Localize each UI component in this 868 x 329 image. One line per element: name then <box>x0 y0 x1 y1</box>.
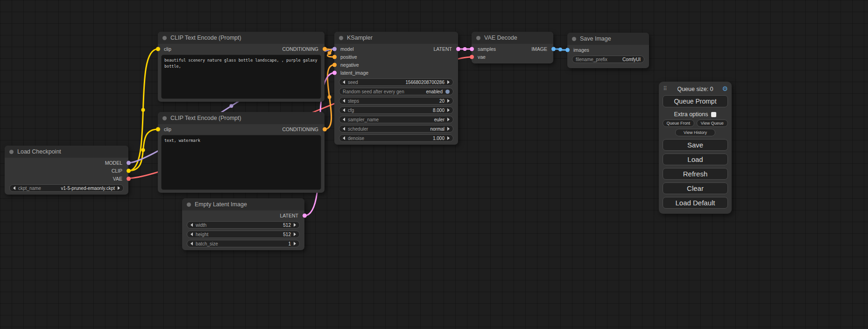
widget-value: enabled <box>426 89 443 94</box>
widget-denoise[interactable]: denoise 1.000 <box>339 134 453 142</box>
increment-arrow-icon[interactable] <box>447 108 450 112</box>
collapse-dot[interactable] <box>339 36 343 40</box>
input-port-vae[interactable] <box>470 55 474 59</box>
next-arrow-icon[interactable] <box>447 118 450 121</box>
increment-arrow-icon[interactable] <box>294 223 296 227</box>
widget-width[interactable]: width 512 <box>187 221 300 229</box>
positive-prompt-textarea[interactable]: beautiful scenery nature glass bottle la… <box>161 55 321 99</box>
input-port-clip[interactable] <box>156 47 160 51</box>
widget-seed[interactable]: seed 156680208700286 <box>339 78 453 86</box>
port-row: LATENT <box>182 211 304 219</box>
widget-sampler-name[interactable]: sampler_name euler <box>339 116 453 123</box>
output-port-clip[interactable] <box>127 168 131 173</box>
widget-cfg[interactable]: cfg 8.000 <box>339 106 453 114</box>
output-port-model[interactable] <box>127 161 131 165</box>
node-title-bar[interactable]: Load Checkpoint <box>5 146 128 158</box>
increment-arrow-icon[interactable] <box>447 136 450 140</box>
widget-label: denoise <box>348 136 364 141</box>
widget-scheduler[interactable]: scheduler normal <box>339 125 453 133</box>
widget-steps[interactable]: steps 20 <box>339 97 453 105</box>
widget-batch-size[interactable]: batch_size 1 <box>187 240 300 247</box>
drag-handle-icon[interactable]: ⠿ <box>663 85 667 92</box>
collapse-dot[interactable] <box>162 36 167 40</box>
graph-canvas[interactable]: Load Checkpoint MODEL CLIP VAE ckpt_name… <box>0 0 868 329</box>
input-port-model[interactable] <box>332 47 337 51</box>
input-port-clip[interactable] <box>156 127 160 131</box>
save-button[interactable]: Save <box>663 139 728 151</box>
refresh-button[interactable]: Refresh <box>663 168 728 180</box>
node-load-checkpoint[interactable]: Load Checkpoint MODEL CLIP VAE ckpt_name… <box>5 146 128 195</box>
link-midpoint-dot <box>141 148 145 152</box>
node-save-image[interactable]: Save Image images filename_prefix ComfyU… <box>567 33 649 68</box>
node-title-bar[interactable]: CLIP Text Encode (Prompt) <box>158 112 325 124</box>
decrement-arrow-icon[interactable] <box>191 232 193 236</box>
decrement-arrow-icon[interactable] <box>343 108 345 112</box>
widget-height[interactable]: height 512 <box>187 231 300 238</box>
widget-value: 1 <box>288 241 291 246</box>
decrement-arrow-icon[interactable] <box>343 80 345 84</box>
decrement-arrow-icon[interactable] <box>191 223 193 227</box>
decrement-arrow-icon[interactable] <box>343 136 345 140</box>
node-title: CLIP Text Encode (Prompt) <box>170 115 241 121</box>
view-queue-button[interactable]: View Queue <box>697 119 728 127</box>
widget-value: ComfyUI <box>622 57 641 62</box>
input-port-latent-image[interactable] <box>332 70 337 75</box>
collapse-dot[interactable] <box>187 203 191 207</box>
widget-random-seed-toggle[interactable]: Random seed after every gen enabled <box>339 88 453 95</box>
widget-label: height <box>196 232 208 237</box>
decrement-arrow-icon[interactable] <box>343 99 345 103</box>
port-label: IMAGE <box>531 46 547 52</box>
load-button[interactable]: Load <box>663 154 728 165</box>
prev-arrow-icon[interactable] <box>343 127 345 131</box>
output-port-latent[interactable] <box>303 213 307 217</box>
queue-prompt-button[interactable]: Queue Prompt <box>663 95 728 107</box>
input-port-images[interactable] <box>565 48 570 52</box>
port-label: clip <box>164 126 171 132</box>
node-title-bar[interactable]: KSampler <box>334 32 458 44</box>
collapse-dot[interactable] <box>476 36 480 40</box>
widget-filename-prefix[interactable]: filename_prefix ComfyUI <box>572 56 644 63</box>
next-arrow-icon[interactable] <box>118 186 120 190</box>
next-arrow-icon[interactable] <box>447 127 450 131</box>
node-vae-decode[interactable]: VAE Decode samples IMAGE vae <box>472 32 553 63</box>
output-port-vae[interactable] <box>127 176 131 181</box>
clear-button[interactable]: Clear <box>663 182 728 194</box>
input-port-samples[interactable] <box>470 47 474 51</box>
node-title-bar[interactable]: Save Image <box>567 33 649 45</box>
prev-arrow-icon[interactable] <box>13 186 15 190</box>
output-port-latent[interactable] <box>456 47 460 51</box>
node-title-bar[interactable]: Empty Latent Image <box>182 198 304 210</box>
extra-options-checkbox[interactable] <box>711 112 716 117</box>
increment-arrow-icon[interactable] <box>294 242 296 245</box>
collapse-dot[interactable] <box>162 116 167 120</box>
toggle-knob[interactable] <box>445 90 450 94</box>
node-title-bar[interactable]: CLIP Text Encode (Prompt) <box>158 32 325 44</box>
input-port-positive[interactable] <box>332 55 337 59</box>
input-port-negative[interactable] <box>332 63 337 67</box>
increment-arrow-icon[interactable] <box>447 80 450 84</box>
output-port-image[interactable] <box>551 47 556 51</box>
prev-arrow-icon[interactable] <box>343 118 345 121</box>
decrement-arrow-icon[interactable] <box>191 242 193 245</box>
load-default-button[interactable]: Load Default <box>663 197 728 209</box>
increment-arrow-icon[interactable] <box>294 232 296 236</box>
view-history-button[interactable]: View History <box>675 129 715 136</box>
widget-value: normal <box>430 126 445 132</box>
node-clip-text-encode-positive[interactable]: CLIP Text Encode (Prompt) clip CONDITION… <box>158 32 325 102</box>
settings-gear-icon[interactable]: ⚙ <box>722 85 728 92</box>
node-clip-text-encode-negative[interactable]: CLIP Text Encode (Prompt) clip CONDITION… <box>158 112 325 193</box>
widget-value: 8.000 <box>433 108 445 113</box>
increment-arrow-icon[interactable] <box>447 99 450 103</box>
output-port-conditioning[interactable] <box>323 47 327 51</box>
node-title-bar[interactable]: VAE Decode <box>472 32 553 44</box>
collapse-dot[interactable] <box>572 37 576 41</box>
output-port-conditioning[interactable] <box>323 127 327 131</box>
queue-front-button[interactable]: Queue Front <box>663 119 694 127</box>
node-ksampler[interactable]: KSampler model LATENT positive negative … <box>334 32 458 145</box>
node-empty-latent-image[interactable]: Empty Latent Image LATENT width 512 heig… <box>182 198 304 250</box>
port-row: model LATENT <box>334 45 458 53</box>
widget-ckpt-name[interactable]: ckpt_name v1-5-pruned-emaonly.ckpt <box>9 184 124 192</box>
widget-value: euler <box>434 117 445 122</box>
collapse-dot[interactable] <box>9 150 14 154</box>
negative-prompt-textarea[interactable]: text, watermark <box>161 135 321 190</box>
